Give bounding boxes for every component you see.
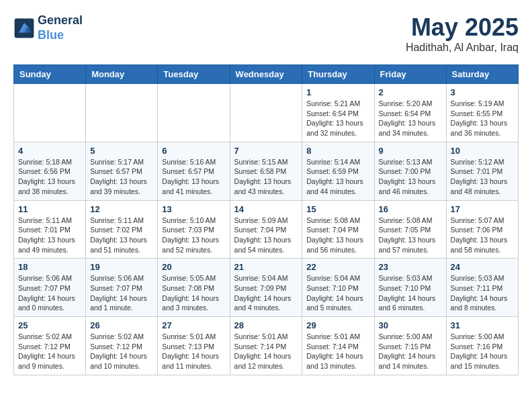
calendar-cell: 10Sunrise: 5:12 AM Sunset: 7:01 PM Dayli… xyxy=(446,142,518,200)
calendar-cell: 30Sunrise: 5:00 AM Sunset: 7:15 PM Dayli… xyxy=(374,317,446,375)
calendar-cell: 7Sunrise: 5:15 AM Sunset: 6:58 PM Daylig… xyxy=(230,142,302,200)
calendar-week-row: 18Sunrise: 5:06 AM Sunset: 7:07 PM Dayli… xyxy=(14,259,519,317)
day-info: Sunrise: 5:02 AM Sunset: 7:12 PM Dayligh… xyxy=(90,332,153,371)
day-info: Sunrise: 5:18 AM Sunset: 6:56 PM Dayligh… xyxy=(18,157,81,197)
logo: General Blue xyxy=(13,13,83,42)
day-info: Sunrise: 5:19 AM Sunset: 6:55 PM Dayligh… xyxy=(451,99,514,138)
calendar-cell xyxy=(230,84,302,142)
day-info: Sunrise: 5:00 AM Sunset: 7:16 PM Dayligh… xyxy=(451,332,514,371)
day-number: 12 xyxy=(90,204,153,214)
calendar-cell: 13Sunrise: 5:10 AM Sunset: 7:03 PM Dayli… xyxy=(158,200,230,259)
day-info: Sunrise: 5:02 AM Sunset: 7:12 PM Dayligh… xyxy=(18,332,81,371)
day-info: Sunrise: 5:01 AM Sunset: 7:14 PM Dayligh… xyxy=(306,332,369,371)
day-number: 18 xyxy=(18,262,81,272)
calendar-cell: 26Sunrise: 5:02 AM Sunset: 7:12 PM Dayli… xyxy=(86,317,158,375)
day-info: Sunrise: 5:04 AM Sunset: 7:10 PM Dayligh… xyxy=(306,273,369,313)
calendar-header-row: SundayMondayTuesdayWednesdayThursdayFrid… xyxy=(14,65,519,84)
day-header-sunday: Sunday xyxy=(14,65,86,84)
calendar-cell: 15Sunrise: 5:08 AM Sunset: 7:04 PM Dayli… xyxy=(302,200,374,259)
calendar-cell: 14Sunrise: 5:09 AM Sunset: 7:04 PM Dayli… xyxy=(230,200,302,259)
calendar-cell xyxy=(86,84,158,142)
day-number: 14 xyxy=(234,204,298,214)
day-header-saturday: Saturday xyxy=(446,65,518,84)
day-info: Sunrise: 5:20 AM Sunset: 6:54 PM Dayligh… xyxy=(379,99,442,138)
month-title: May 2025 xyxy=(406,13,519,42)
day-info: Sunrise: 5:03 AM Sunset: 7:10 PM Dayligh… xyxy=(379,273,442,313)
day-header-monday: Monday xyxy=(86,65,158,84)
calendar-cell: 29Sunrise: 5:01 AM Sunset: 7:14 PM Dayli… xyxy=(302,317,374,375)
day-info: Sunrise: 5:00 AM Sunset: 7:15 PM Dayligh… xyxy=(379,332,442,371)
calendar-cell: 2Sunrise: 5:20 AM Sunset: 6:54 PM Daylig… xyxy=(374,84,446,142)
calendar-cell: 31Sunrise: 5:00 AM Sunset: 7:16 PM Dayli… xyxy=(446,317,518,375)
day-number: 20 xyxy=(162,262,225,272)
day-number: 9 xyxy=(379,146,442,156)
day-info: Sunrise: 5:10 AM Sunset: 7:03 PM Dayligh… xyxy=(162,216,225,255)
calendar-cell: 3Sunrise: 5:19 AM Sunset: 6:55 PM Daylig… xyxy=(446,84,518,142)
day-number: 6 xyxy=(162,146,225,156)
calendar-cell xyxy=(14,84,86,142)
calendar-table: SundayMondayTuesdayWednesdayThursdayFrid… xyxy=(13,64,519,375)
day-number: 5 xyxy=(90,146,153,156)
day-number: 11 xyxy=(18,204,81,214)
calendar-cell: 24Sunrise: 5:03 AM Sunset: 7:11 PM Dayli… xyxy=(446,259,518,317)
calendar-cell: 5Sunrise: 5:17 AM Sunset: 6:57 PM Daylig… xyxy=(86,142,158,200)
day-info: Sunrise: 5:01 AM Sunset: 7:14 PM Dayligh… xyxy=(234,332,298,371)
day-number: 28 xyxy=(234,320,298,330)
day-header-thursday: Thursday xyxy=(302,65,374,84)
calendar-cell: 22Sunrise: 5:04 AM Sunset: 7:10 PM Dayli… xyxy=(302,259,374,317)
page-header: General Blue May 2025 Hadithah, Al Anbar… xyxy=(13,13,519,54)
title-block: May 2025 Hadithah, Al Anbar, Iraq xyxy=(406,13,519,54)
day-info: Sunrise: 5:04 AM Sunset: 7:09 PM Dayligh… xyxy=(234,273,298,313)
calendar-cell: 17Sunrise: 5:07 AM Sunset: 7:06 PM Dayli… xyxy=(446,200,518,259)
day-number: 2 xyxy=(379,87,442,97)
day-info: Sunrise: 5:21 AM Sunset: 6:54 PM Dayligh… xyxy=(306,99,369,138)
day-number: 8 xyxy=(306,146,369,156)
calendar-week-row: 4Sunrise: 5:18 AM Sunset: 6:56 PM Daylig… xyxy=(14,142,519,200)
day-info: Sunrise: 5:06 AM Sunset: 7:07 PM Dayligh… xyxy=(90,273,153,313)
calendar-cell: 28Sunrise: 5:01 AM Sunset: 7:14 PM Dayli… xyxy=(230,317,302,375)
calendar-week-row: 11Sunrise: 5:11 AM Sunset: 7:01 PM Dayli… xyxy=(14,200,519,259)
day-number: 24 xyxy=(451,262,514,272)
day-number: 25 xyxy=(18,320,81,330)
day-info: Sunrise: 5:11 AM Sunset: 7:01 PM Dayligh… xyxy=(18,216,81,255)
calendar-week-row: 1Sunrise: 5:21 AM Sunset: 6:54 PM Daylig… xyxy=(14,84,519,142)
day-number: 10 xyxy=(451,146,514,156)
calendar-cell: 18Sunrise: 5:06 AM Sunset: 7:07 PM Dayli… xyxy=(14,259,86,317)
day-number: 23 xyxy=(379,262,442,272)
day-number: 15 xyxy=(306,204,369,214)
calendar-cell: 6Sunrise: 5:16 AM Sunset: 6:57 PM Daylig… xyxy=(158,142,230,200)
day-number: 22 xyxy=(306,262,369,272)
calendar-cell: 20Sunrise: 5:05 AM Sunset: 7:08 PM Dayli… xyxy=(158,259,230,317)
calendar-cell: 25Sunrise: 5:02 AM Sunset: 7:12 PM Dayli… xyxy=(14,317,86,375)
calendar-cell: 4Sunrise: 5:18 AM Sunset: 6:56 PM Daylig… xyxy=(14,142,86,200)
calendar-cell xyxy=(158,84,230,142)
calendar-cell: 23Sunrise: 5:03 AM Sunset: 7:10 PM Dayli… xyxy=(374,259,446,317)
calendar-cell: 21Sunrise: 5:04 AM Sunset: 7:09 PM Dayli… xyxy=(230,259,302,317)
day-number: 27 xyxy=(162,320,225,330)
day-number: 30 xyxy=(379,320,442,330)
day-info: Sunrise: 5:16 AM Sunset: 6:57 PM Dayligh… xyxy=(162,157,225,197)
day-info: Sunrise: 5:05 AM Sunset: 7:08 PM Dayligh… xyxy=(162,273,225,313)
day-info: Sunrise: 5:17 AM Sunset: 6:57 PM Dayligh… xyxy=(90,157,153,197)
day-number: 4 xyxy=(18,146,81,156)
day-info: Sunrise: 5:11 AM Sunset: 7:02 PM Dayligh… xyxy=(90,216,153,255)
day-info: Sunrise: 5:15 AM Sunset: 6:58 PM Dayligh… xyxy=(234,157,298,197)
calendar-week-row: 25Sunrise: 5:02 AM Sunset: 7:12 PM Dayli… xyxy=(14,317,519,375)
day-header-tuesday: Tuesday xyxy=(158,65,230,84)
day-number: 17 xyxy=(451,204,514,214)
day-number: 1 xyxy=(306,87,369,97)
day-info: Sunrise: 5:06 AM Sunset: 7:07 PM Dayligh… xyxy=(18,273,81,313)
calendar-cell: 11Sunrise: 5:11 AM Sunset: 7:01 PM Dayli… xyxy=(14,200,86,259)
day-info: Sunrise: 5:08 AM Sunset: 7:04 PM Dayligh… xyxy=(306,216,369,255)
day-info: Sunrise: 5:08 AM Sunset: 7:05 PM Dayligh… xyxy=(379,216,442,255)
logo-icon xyxy=(13,17,35,39)
calendar-cell: 19Sunrise: 5:06 AM Sunset: 7:07 PM Dayli… xyxy=(86,259,158,317)
day-number: 19 xyxy=(90,262,153,272)
day-header-friday: Friday xyxy=(374,65,446,84)
day-info: Sunrise: 5:13 AM Sunset: 7:00 PM Dayligh… xyxy=(379,157,442,197)
day-number: 21 xyxy=(234,262,298,272)
calendar-cell: 8Sunrise: 5:14 AM Sunset: 6:59 PM Daylig… xyxy=(302,142,374,200)
logo-text: General Blue xyxy=(38,13,83,42)
location-subtitle: Hadithah, Al Anbar, Iraq xyxy=(406,42,519,54)
calendar-cell: 12Sunrise: 5:11 AM Sunset: 7:02 PM Dayli… xyxy=(86,200,158,259)
